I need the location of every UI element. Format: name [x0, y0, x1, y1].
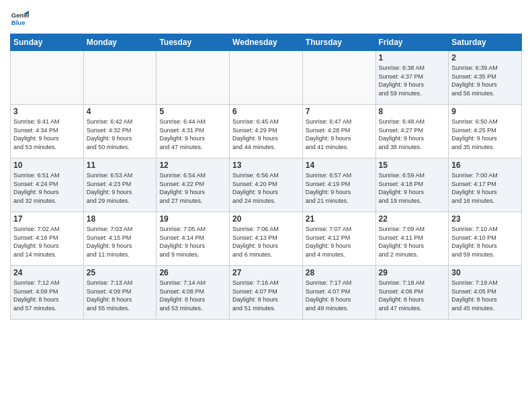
calendar-cell: 24Sunrise: 7:12 AM Sunset: 4:09 PM Dayli…	[11, 266, 84, 320]
calendar-cell	[83, 51, 157, 105]
calendar-cell: 26Sunrise: 7:14 AM Sunset: 4:08 PM Dayli…	[157, 266, 230, 320]
day-number: 4	[87, 107, 154, 116]
week-row-2: 10Sunrise: 6:51 AM Sunset: 4:24 PM Dayli…	[11, 158, 522, 212]
week-row-3: 17Sunrise: 7:02 AM Sunset: 4:16 PM Dayli…	[11, 212, 522, 266]
weekday-header-monday: Monday	[83, 34, 157, 51]
calendar-cell: 2Sunrise: 6:39 AM Sunset: 4:35 PM Daylig…	[449, 51, 522, 105]
day-info: Sunrise: 7:18 AM Sunset: 4:06 PM Dayligh…	[379, 279, 446, 312]
calendar-cell: 7Sunrise: 6:47 AM Sunset: 4:28 PM Daylig…	[302, 105, 375, 158]
calendar-cell: 10Sunrise: 6:51 AM Sunset: 4:24 PM Dayli…	[11, 158, 84, 212]
day-info: Sunrise: 6:53 AM Sunset: 4:23 PM Dayligh…	[87, 171, 154, 205]
day-info: Sunrise: 7:12 AM Sunset: 4:09 PM Dayligh…	[13, 279, 81, 312]
week-row-4: 24Sunrise: 7:12 AM Sunset: 4:09 PM Dayli…	[11, 266, 522, 320]
day-number: 13	[232, 161, 300, 170]
day-number: 10	[13, 161, 81, 170]
day-number: 15	[379, 161, 446, 170]
day-number: 8	[379, 107, 446, 116]
day-info: Sunrise: 7:10 AM Sunset: 4:10 PM Dayligh…	[451, 225, 519, 259]
day-info: Sunrise: 7:14 AM Sunset: 4:08 PM Dayligh…	[159, 279, 226, 312]
day-info: Sunrise: 7:16 AM Sunset: 4:07 PM Dayligh…	[232, 279, 300, 312]
day-info: Sunrise: 7:09 AM Sunset: 4:11 PM Dayligh…	[379, 225, 446, 259]
day-info: Sunrise: 6:47 AM Sunset: 4:28 PM Dayligh…	[306, 118, 373, 151]
day-number: 25	[87, 268, 154, 277]
calendar-cell: 19Sunrise: 7:05 AM Sunset: 4:14 PM Dayli…	[157, 212, 230, 266]
day-info: Sunrise: 6:59 AM Sunset: 4:18 PM Dayligh…	[379, 171, 446, 205]
day-info: Sunrise: 6:38 AM Sunset: 4:37 PM Dayligh…	[379, 64, 446, 97]
day-number: 7	[306, 107, 373, 116]
day-info: Sunrise: 6:50 AM Sunset: 4:25 PM Dayligh…	[451, 118, 519, 151]
calendar-cell: 1Sunrise: 6:38 AM Sunset: 4:37 PM Daylig…	[375, 51, 449, 105]
day-info: Sunrise: 7:03 AM Sunset: 4:15 PM Dayligh…	[87, 225, 154, 259]
day-number: 24	[13, 268, 81, 277]
day-number: 17	[13, 214, 81, 224]
calendar-cell: 20Sunrise: 7:06 AM Sunset: 4:13 PM Dayli…	[230, 212, 303, 266]
day-number: 16	[451, 161, 519, 170]
calendar-cell: 12Sunrise: 6:54 AM Sunset: 4:22 PM Dayli…	[157, 158, 230, 212]
day-info: Sunrise: 6:48 AM Sunset: 4:27 PM Dayligh…	[379, 118, 446, 151]
calendar-cell: 28Sunrise: 7:17 AM Sunset: 4:07 PM Dayli…	[302, 266, 375, 320]
calendar-cell: 11Sunrise: 6:53 AM Sunset: 4:23 PM Dayli…	[83, 158, 157, 212]
calendar-cell: 22Sunrise: 7:09 AM Sunset: 4:11 PM Dayli…	[375, 212, 449, 266]
day-info: Sunrise: 6:51 AM Sunset: 4:24 PM Dayligh…	[13, 171, 81, 205]
day-number: 27	[232, 268, 300, 277]
calendar-cell	[230, 51, 303, 105]
day-number: 9	[451, 107, 519, 116]
day-number: 19	[159, 214, 226, 224]
day-number: 1	[379, 53, 446, 62]
day-info: Sunrise: 7:07 AM Sunset: 4:12 PM Dayligh…	[306, 225, 373, 259]
calendar-cell	[11, 51, 84, 105]
calendar-cell: 29Sunrise: 7:18 AM Sunset: 4:06 PM Dayli…	[375, 266, 449, 320]
header: General Blue	[10, 7, 522, 28]
svg-text:Blue: Blue	[11, 19, 26, 26]
calendar-cell: 15Sunrise: 6:59 AM Sunset: 4:18 PM Dayli…	[375, 158, 449, 212]
day-number: 20	[232, 214, 300, 224]
week-row-1: 3Sunrise: 6:41 AM Sunset: 4:34 PM Daylig…	[11, 105, 522, 158]
weekday-header-thursday: Thursday	[302, 34, 375, 51]
day-info: Sunrise: 6:54 AM Sunset: 4:22 PM Dayligh…	[159, 171, 226, 205]
calendar-cell: 9Sunrise: 6:50 AM Sunset: 4:25 PM Daylig…	[449, 105, 522, 158]
day-info: Sunrise: 7:00 AM Sunset: 4:17 PM Dayligh…	[451, 171, 519, 205]
day-info: Sunrise: 6:57 AM Sunset: 4:19 PM Dayligh…	[306, 171, 373, 205]
calendar-cell	[157, 51, 230, 105]
calendar-cell: 27Sunrise: 7:16 AM Sunset: 4:07 PM Dayli…	[230, 266, 303, 320]
day-info: Sunrise: 7:13 AM Sunset: 4:09 PM Dayligh…	[87, 279, 154, 312]
logo: General Blue	[10, 9, 29, 28]
day-number: 2	[451, 53, 519, 62]
day-info: Sunrise: 6:45 AM Sunset: 4:29 PM Dayligh…	[232, 118, 300, 151]
calendar-cell: 16Sunrise: 7:00 AM Sunset: 4:17 PM Dayli…	[449, 158, 522, 212]
weekday-header-saturday: Saturday	[449, 34, 522, 51]
day-number: 23	[451, 214, 519, 224]
day-number: 18	[87, 214, 154, 224]
calendar-cell: 3Sunrise: 6:41 AM Sunset: 4:34 PM Daylig…	[11, 105, 84, 158]
weekday-header-friday: Friday	[375, 34, 449, 51]
day-number: 12	[159, 161, 226, 170]
calendar-cell: 30Sunrise: 7:19 AM Sunset: 4:05 PM Dayli…	[449, 266, 522, 320]
day-number: 14	[306, 161, 373, 170]
week-row-0: 1Sunrise: 6:38 AM Sunset: 4:37 PM Daylig…	[11, 51, 522, 105]
calendar-cell: 14Sunrise: 6:57 AM Sunset: 4:19 PM Dayli…	[302, 158, 375, 212]
day-number: 29	[379, 268, 446, 277]
calendar-cell: 25Sunrise: 7:13 AM Sunset: 4:09 PM Dayli…	[83, 266, 157, 320]
calendar-cell: 18Sunrise: 7:03 AM Sunset: 4:15 PM Dayli…	[83, 212, 157, 266]
day-number: 22	[379, 214, 446, 224]
calendar-cell: 5Sunrise: 6:44 AM Sunset: 4:31 PM Daylig…	[157, 105, 230, 158]
calendar-cell	[302, 51, 375, 105]
calendar-cell: 17Sunrise: 7:02 AM Sunset: 4:16 PM Dayli…	[11, 212, 84, 266]
day-number: 30	[451, 268, 519, 277]
day-info: Sunrise: 7:19 AM Sunset: 4:05 PM Dayligh…	[451, 279, 519, 312]
day-number: 5	[159, 107, 226, 116]
day-number: 21	[306, 214, 373, 224]
day-info: Sunrise: 6:56 AM Sunset: 4:20 PM Dayligh…	[232, 171, 300, 205]
day-info: Sunrise: 6:42 AM Sunset: 4:32 PM Dayligh…	[87, 118, 154, 151]
calendar-cell: 21Sunrise: 7:07 AM Sunset: 4:12 PM Dayli…	[302, 212, 375, 266]
day-info: Sunrise: 6:39 AM Sunset: 4:35 PM Dayligh…	[451, 64, 519, 97]
calendar: SundayMondayTuesdayWednesdayThursdayFrid…	[10, 34, 522, 320]
day-number: 3	[13, 107, 81, 116]
calendar-cell: 8Sunrise: 6:48 AM Sunset: 4:27 PM Daylig…	[375, 105, 449, 158]
day-info: Sunrise: 6:41 AM Sunset: 4:34 PM Dayligh…	[13, 118, 81, 151]
calendar-cell: 4Sunrise: 6:42 AM Sunset: 4:32 PM Daylig…	[83, 105, 157, 158]
day-info: Sunrise: 7:06 AM Sunset: 4:13 PM Dayligh…	[232, 225, 300, 259]
day-info: Sunrise: 7:02 AM Sunset: 4:16 PM Dayligh…	[13, 225, 81, 259]
logo-icon: General Blue	[10, 9, 29, 28]
day-info: Sunrise: 7:05 AM Sunset: 4:14 PM Dayligh…	[159, 225, 226, 259]
